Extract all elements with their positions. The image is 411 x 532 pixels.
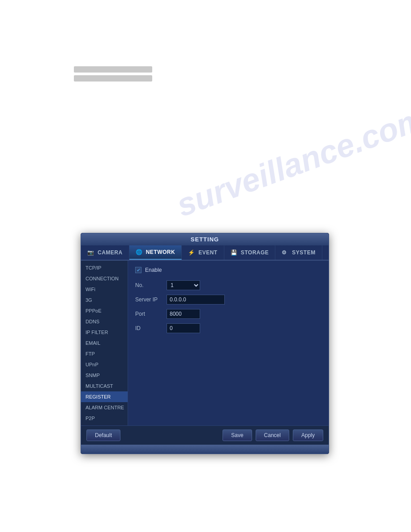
- footer-right-buttons: Save Cancel Apply: [223, 429, 323, 441]
- form-row-serverip: Server IP: [135, 295, 321, 305]
- tab-storage-label: STORAGE: [241, 249, 269, 256]
- top-bar-1: [74, 66, 152, 73]
- top-bar-2: [74, 75, 152, 82]
- sidebar-item-register[interactable]: REGISTER: [81, 391, 128, 402]
- sidebar-item-alarmcentre[interactable]: ALARM CENTRE: [81, 402, 128, 413]
- sidebar-item-3g[interactable]: 3G: [81, 295, 128, 305]
- sidebar-item-connection[interactable]: CONNECTION: [81, 273, 128, 284]
- sidebar: TCP/IP CONNECTION WiFi 3G PPPoE DDNS IP …: [81, 261, 128, 425]
- event-icon: ⚡: [188, 249, 196, 256]
- sidebar-item-wifi[interactable]: WiFi: [81, 284, 128, 295]
- tab-storage[interactable]: 💾 STORAGE: [224, 245, 276, 260]
- camera-icon: 📷: [87, 249, 95, 256]
- enable-checkbox[interactable]: ✔: [135, 267, 141, 273]
- form-row-id: ID: [135, 323, 321, 333]
- tab-network[interactable]: 🌐 NETWORK: [129, 245, 182, 260]
- storage-icon: 💾: [231, 249, 239, 256]
- label-serverip: Server IP: [135, 296, 167, 303]
- dialog-tabs: 📷 CAMERA 🌐 NETWORK ⚡ EVENT 💾 STORAGE ⚙ S…: [81, 245, 329, 261]
- form-row-port: Port: [135, 309, 321, 319]
- input-serverip[interactable]: [167, 295, 225, 305]
- tab-event[interactable]: ⚡ EVENT: [182, 245, 224, 260]
- input-id[interactable]: [167, 323, 200, 333]
- sidebar-item-upnp[interactable]: UPnP: [81, 359, 128, 370]
- content-area: ✔ Enable No. 1 2 3 4 Server IP: [128, 261, 329, 425]
- input-port[interactable]: [167, 309, 200, 319]
- tab-system[interactable]: ⚙ SYSTEM: [275, 245, 322, 260]
- top-bars: [74, 66, 152, 82]
- enable-row: ✔ Enable: [135, 267, 321, 273]
- form-row-no: No. 1 2 3 4: [135, 280, 321, 290]
- checkbox-check-icon: ✔: [137, 268, 141, 273]
- sidebar-item-ipfilter[interactable]: IP FILTER: [81, 327, 128, 338]
- sidebar-item-email[interactable]: EMAIL: [81, 338, 128, 348]
- default-button[interactable]: Default: [86, 429, 120, 441]
- dialog-body: TCP/IP CONNECTION WiFi 3G PPPoE DDNS IP …: [81, 261, 329, 425]
- cancel-button[interactable]: Cancel: [256, 429, 289, 441]
- network-icon: 🌐: [136, 249, 144, 255]
- label-no: No.: [135, 282, 167, 288]
- system-icon: ⚙: [282, 249, 290, 256]
- label-id: ID: [135, 325, 167, 331]
- enable-label: Enable: [145, 267, 162, 273]
- tab-system-label: SYSTEM: [292, 249, 315, 256]
- tab-camera-label: CAMERA: [98, 249, 123, 256]
- dialog-bottom-bar: [81, 445, 329, 454]
- tab-network-label: NETWORK: [146, 249, 176, 255]
- sidebar-item-ddns[interactable]: DDNS: [81, 316, 128, 327]
- sidebar-item-multicast[interactable]: MULTICAST: [81, 381, 128, 391]
- apply-button[interactable]: Apply: [293, 429, 323, 441]
- select-no[interactable]: 1 2 3 4: [167, 280, 200, 290]
- tab-camera[interactable]: 📷 CAMERA: [81, 245, 129, 260]
- watermark: surveillance.com: [172, 100, 411, 224]
- save-button[interactable]: Save: [223, 429, 252, 441]
- sidebar-item-tcpip[interactable]: TCP/IP: [81, 262, 128, 273]
- sidebar-item-p2p[interactable]: P2P: [81, 413, 128, 424]
- sidebar-item-ftp[interactable]: FTP: [81, 348, 128, 359]
- settings-dialog: SETTING 📷 CAMERA 🌐 NETWORK ⚡ EVENT 💾 STO…: [81, 233, 329, 454]
- dialog-title: SETTING: [81, 233, 329, 245]
- tab-event-label: EVENT: [198, 249, 218, 256]
- label-port: Port: [135, 311, 167, 317]
- sidebar-item-snmp[interactable]: SNMP: [81, 370, 128, 381]
- sidebar-item-pppoe[interactable]: PPPoE: [81, 305, 128, 316]
- dialog-footer: Default Save Cancel Apply: [81, 425, 329, 445]
